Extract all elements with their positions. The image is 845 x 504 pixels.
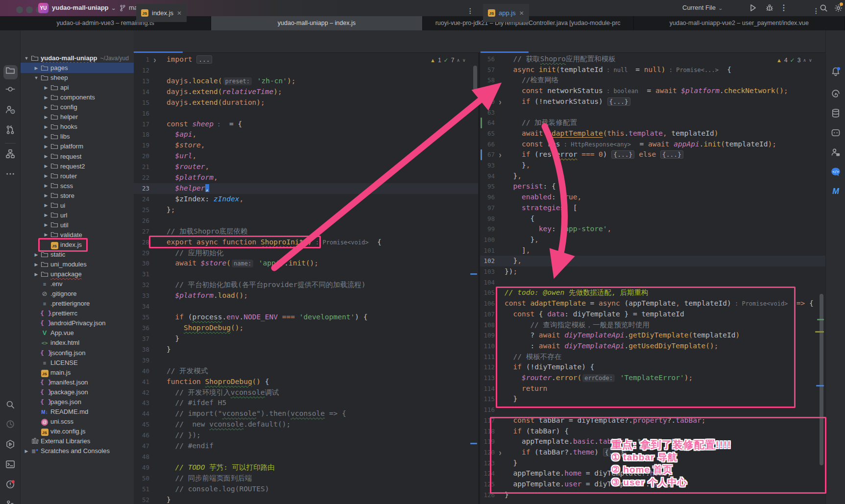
code-line-38[interactable]: 38} [134,344,478,355]
search-icon[interactable] [819,3,828,13]
tree-item-hooks[interactable]: ▶hooks [21,121,134,132]
code-line-1[interactable]: 1❯import ... [134,54,478,65]
chevron-right-icon[interactable]: ▶ [32,252,40,257]
run-configuration-selector[interactable]: Current File⌄ [682,4,722,11]
tree-item-libs[interactable]: ▶libs [21,131,134,142]
code-line-35[interactable]: 35 if (process.env.NODE_ENV === 'develop… [134,312,478,323]
next-problem-icon[interactable]: ∨ [462,58,466,63]
window-tab-1[interactable]: yudao-mall-uniapp – index.js [211,16,422,30]
code-line-99[interactable]: 99 key: 'app-store', [480,224,825,235]
code-line-24[interactable]: 24 $zIndex: zIndex, [134,194,478,205]
tree-item-External Libraries[interactable]: External Libraries [21,436,134,446]
code-line-31[interactable]: 31 [134,269,478,280]
code-line-46[interactable]: 46 // }); [134,430,478,441]
code-line-25[interactable]: 25}; [134,205,478,216]
code-line-103[interactable]: 103}); [480,266,825,277]
tree-item-ui[interactable]: ▶ui [21,200,134,211]
chevron-right-icon[interactable]: ▶ [42,95,50,100]
code-line-102[interactable]: 102 }, [480,256,825,266]
code-line-37[interactable]: 37 } [134,334,478,344]
tree-item-helper[interactable]: ▶helper [21,112,134,122]
code-line-18[interactable]: 18 $api, [134,129,478,140]
editor-options-kebab-icon[interactable]: ⋮ [467,7,474,15]
inspections-widget[interactable]: ▲4 ✓3 ∧ ∨ [776,56,812,65]
tree-item-package.json[interactable]: { }package.json [21,387,134,397]
tree-item-uni_modules[interactable]: ▶uni_modules [21,259,134,269]
code-line-96[interactable]: 96 enabled: true, [480,192,825,203]
code-line-19[interactable]: 19 $store, [134,140,478,151]
chevron-right-icon[interactable]: ▶ [42,154,50,159]
code-line-15[interactable]: 15dayjs.extend(duration); [134,97,478,108]
chevron-right-icon[interactable]: ▶ [42,183,50,188]
code-line-33[interactable]: 33 $platform.load(); [134,290,478,301]
tree-item-platform[interactable]: ▶platform [21,141,134,151]
code-line-57[interactable]: 57 async init(templateId : null = null) … [480,65,825,75]
tree-item-sheep[interactable]: ▼sheep [21,72,134,83]
usersupport-icon[interactable]: ? [0,105,21,117]
close-tab-icon[interactable]: ✕ [177,10,182,17]
fold-chevron-icon[interactable]: ❯ [499,150,502,161]
terminal-icon[interactable] [0,459,21,471]
chevron-right-icon[interactable]: ▶ [42,222,50,227]
editor-left-pane[interactable]: 1❯import ...1213dayjs.locale(preset: 'zh… [134,53,479,504]
code-line-60[interactable]: 60❯ if (!networkStatus) {...} [480,96,825,107]
code-line-42[interactable]: 42 // 开发环境引入vconsole调试 [134,387,478,398]
more-actions-icon[interactable]: ⋮ [780,3,788,12]
tree-item-scss[interactable]: ▶scss [21,181,134,191]
code-line-98[interactable]: 98 { [480,214,825,224]
tree-item-.gitignore[interactable]: ⊘.gitignore [21,288,134,299]
tree-item-router[interactable]: ▶router [21,171,134,181]
project-selector[interactable]: yudao-mall-uniapp⌄ [52,4,115,11]
chatcode-icon[interactable]: </> [826,167,845,179]
code-line-52[interactable]: 52} [134,495,478,504]
code-line-45[interactable]: 45 // new vconsole.default(); [134,419,478,430]
code-line-44[interactable]: 44 // import("vconsole").then(vconsole =… [134,408,478,419]
code-line-94[interactable]: 94 }, [480,171,825,182]
code-line-58[interactable]: 58 //检查网络 [480,75,825,86]
runanything-icon[interactable] [0,439,21,451]
database-icon[interactable] [826,108,845,120]
code-line-29[interactable]: 29 // 应用初始化 [134,248,478,259]
tree-item-api[interactable]: ▶api [21,82,134,93]
editor-options-kebab-icon[interactable]: ⋮ [813,7,820,15]
code-line-16[interactable]: 16 [134,108,478,119]
minimize-window-button[interactable] [26,6,33,13]
code-line-100[interactable]: 100 }, [480,235,825,245]
emlogo-icon[interactable]: M [826,186,845,198]
tree-item-README.md[interactable]: M↓README.md [21,407,134,417]
fold-chevron-icon[interactable]: ❯ [499,97,502,108]
git-icon[interactable] [0,500,21,504]
code-line-43[interactable]: 43 // #ifdef H5 [134,398,478,408]
tree-item-unpackage[interactable]: ▶unpackage [21,269,134,279]
tree-item-jsconfig.json[interactable]: { }jsconfig.json [21,348,134,358]
assistant-icon[interactable] [826,128,845,140]
tree-item-components[interactable]: ▶components [21,92,134,102]
more-icon[interactable] [0,169,21,181]
code-line-97[interactable]: 97 strategies: [ [480,203,825,214]
code-line-48[interactable]: 48 [134,452,478,462]
chevron-right-icon[interactable]: ▶ [32,262,40,267]
search-icon[interactable] [0,400,21,411]
chevron-right-icon[interactable]: ▶ [23,449,30,454]
chevron-right-icon[interactable]: ▶ [42,115,50,120]
chevron-right-icon[interactable]: ▶ [32,66,40,71]
codewithme-icon[interactable] [826,147,845,159]
tree-item-pages.json[interactable]: { }pages.json [21,397,134,407]
code-line-22[interactable]: 22 $platform, [134,172,478,183]
tree-item-.prettierignore[interactable]: ≡.prettierignore [21,298,134,309]
code-line-49[interactable]: 49 // TODO 芋艿: 可以打印路由 [134,462,478,473]
code-line-51[interactable]: 51 // console.log(ROUTES) [134,484,478,495]
tree-item-request2[interactable]: ▶request2 [21,161,134,171]
chevron-right-icon[interactable]: ▶ [42,85,50,90]
chevron-right-icon[interactable]: ▶ [32,272,40,277]
close-window-button[interactable] [16,6,23,13]
tree-item-vite.config.js[interactable]: JSvite.config.js [21,426,134,436]
clock-icon[interactable] [0,419,21,431]
chevron-right-icon[interactable]: ▶ [42,105,50,110]
tree-item-uni.scss[interactable]: @uni.scss [21,416,134,427]
code-line-34[interactable]: 34 [134,301,478,312]
code-line-12[interactable]: 12 [134,65,478,76]
ai-icon[interactable] [826,89,845,100]
editor-tab-index-js[interactable]: JS index.js ✕ [136,4,187,22]
chevron-right-icon[interactable]: ▶ [42,134,50,139]
